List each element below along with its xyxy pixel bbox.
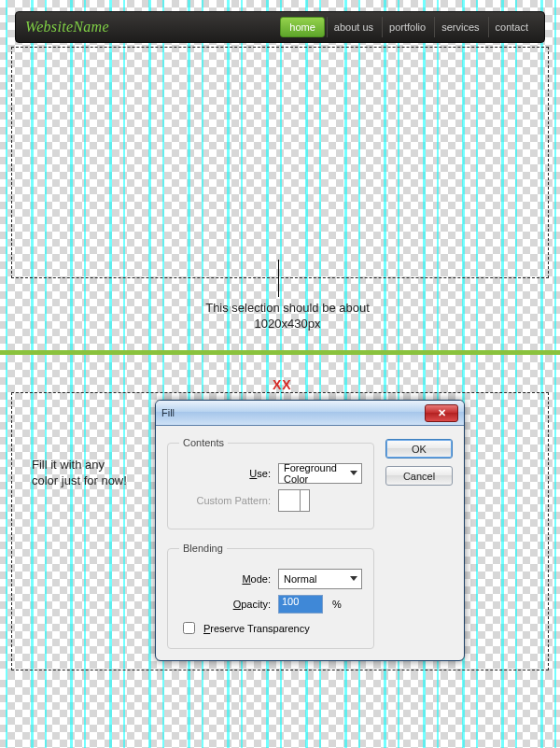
blending-legend: Blending bbox=[179, 543, 227, 554]
design-header: WebsiteName home about us portfolio serv… bbox=[15, 11, 545, 43]
opacity-label: Opacity: bbox=[179, 599, 273, 610]
nav-portfolio[interactable]: portfolio bbox=[382, 17, 432, 37]
close-icon: ✕ bbox=[438, 407, 446, 419]
nav-contact[interactable]: contact bbox=[488, 17, 535, 37]
opacity-input[interactable]: 100 bbox=[278, 595, 323, 614]
annotation-fill-hint: Fill it with any color just for now! bbox=[32, 458, 133, 489]
nav-services[interactable]: services bbox=[434, 17, 485, 37]
ok-button[interactable]: OK bbox=[385, 439, 453, 459]
cursor-caret bbox=[278, 260, 279, 297]
canvas-zone-top bbox=[0, 0, 560, 350]
site-logo: WebsiteName bbox=[25, 19, 109, 35]
mode-value: Normal bbox=[284, 573, 316, 585]
mode-combobox[interactable]: Normal bbox=[278, 569, 362, 589]
fill-dialog: Fill ✕ Contents Use: Foreground Color bbox=[155, 400, 465, 661]
custom-pattern-swatch bbox=[278, 489, 310, 512]
use-label: Use: bbox=[179, 468, 273, 479]
use-combobox[interactable]: Foreground Color bbox=[278, 463, 362, 484]
nav-bar: home about us portfolio services contact bbox=[280, 17, 535, 37]
nav-home[interactable]: home bbox=[280, 17, 325, 37]
preserve-checkbox-input[interactable] bbox=[183, 622, 195, 634]
close-button[interactable]: ✕ bbox=[425, 404, 458, 422]
chevron-down-icon bbox=[347, 467, 359, 479]
canvas-zone-bottom bbox=[0, 672, 560, 748]
mode-label: Mode: bbox=[179, 573, 273, 585]
custom-pattern-label: Custom Pattern: bbox=[179, 495, 273, 506]
use-value: Foreground Color bbox=[284, 462, 357, 485]
opacity-unit: % bbox=[332, 599, 342, 610]
preserve-label: Preserve Transparency bbox=[203, 623, 310, 634]
dialog-title: Fill bbox=[161, 407, 175, 418]
contents-legend: Contents bbox=[179, 437, 228, 448]
chevron-down-icon bbox=[347, 572, 359, 585]
nav-about[interactable]: about us bbox=[327, 17, 380, 37]
dialog-titlebar[interactable]: Fill ✕ bbox=[156, 401, 464, 426]
preserve-transparency-checkbox[interactable]: Preserve Transparency bbox=[179, 619, 362, 637]
contents-group: Contents Use: Foreground Color Custom Pa… bbox=[167, 437, 374, 529]
annotation-red-xx: XX bbox=[273, 377, 292, 392]
annotation-selection-size: This selection should be about 1020x430p… bbox=[175, 301, 399, 332]
cancel-button[interactable]: Cancel bbox=[385, 466, 453, 486]
blending-group: Blending Mode: Normal Opacity: 100 % bbox=[167, 543, 374, 649]
